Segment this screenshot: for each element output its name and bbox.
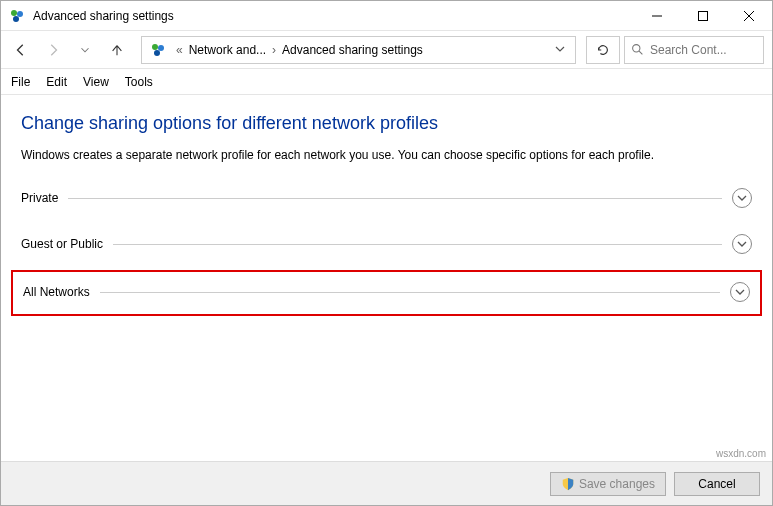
content-area: Change sharing options for different net… bbox=[1, 95, 772, 316]
section-private[interactable]: Private bbox=[21, 182, 752, 214]
chevron-right-icon: « bbox=[174, 43, 185, 57]
svg-point-9 bbox=[154, 50, 160, 56]
window-title: Advanced sharing settings bbox=[33, 9, 634, 23]
menu-edit[interactable]: Edit bbox=[46, 75, 67, 89]
section-label: All Networks bbox=[23, 285, 90, 299]
save-changes-button[interactable]: Save changes bbox=[550, 472, 666, 496]
section-guest-public[interactable]: Guest or Public bbox=[21, 228, 752, 260]
page-title: Change sharing options for different net… bbox=[21, 113, 752, 134]
shield-icon bbox=[561, 477, 575, 491]
divider bbox=[68, 198, 722, 199]
svg-point-10 bbox=[633, 45, 640, 52]
menu-view[interactable]: View bbox=[83, 75, 109, 89]
forward-button[interactable] bbox=[39, 36, 67, 64]
breadcrumb-dropdown-icon[interactable] bbox=[549, 43, 571, 57]
chevron-right-icon[interactable]: › bbox=[270, 43, 278, 57]
breadcrumb-item-current[interactable]: Advanced sharing settings bbox=[282, 43, 423, 57]
svg-point-8 bbox=[158, 45, 164, 51]
save-button-label: Save changes bbox=[579, 477, 655, 491]
navigation-bar: « Network and... › Advanced sharing sett… bbox=[1, 31, 772, 69]
section-label: Guest or Public bbox=[21, 237, 103, 251]
close-button[interactable] bbox=[726, 1, 772, 31]
back-button[interactable] bbox=[7, 36, 35, 64]
titlebar: Advanced sharing settings bbox=[1, 1, 772, 31]
breadcrumb[interactable]: « Network and... › Advanced sharing sett… bbox=[141, 36, 576, 64]
menu-tools[interactable]: Tools bbox=[125, 75, 153, 89]
search-icon bbox=[631, 43, 644, 56]
cancel-button[interactable]: Cancel bbox=[674, 472, 760, 496]
up-button[interactable] bbox=[103, 36, 131, 64]
section-label: Private bbox=[21, 191, 58, 205]
chevron-down-icon[interactable] bbox=[732, 188, 752, 208]
divider bbox=[113, 244, 722, 245]
recent-dropdown-button[interactable] bbox=[71, 36, 99, 64]
svg-point-2 bbox=[13, 16, 19, 22]
page-description: Windows creates a separate network profi… bbox=[21, 146, 752, 164]
svg-point-0 bbox=[11, 10, 17, 16]
breadcrumb-item-network[interactable]: Network and... bbox=[189, 43, 266, 57]
search-placeholder: Search Cont... bbox=[650, 43, 727, 57]
minimize-button[interactable] bbox=[634, 1, 680, 31]
divider bbox=[100, 292, 720, 293]
chevron-down-icon[interactable] bbox=[730, 282, 750, 302]
control-panel-icon bbox=[9, 8, 25, 24]
menu-file[interactable]: File bbox=[11, 75, 30, 89]
control-panel-icon bbox=[150, 42, 166, 58]
chevron-down-icon[interactable] bbox=[732, 234, 752, 254]
watermark: wsxdn.com bbox=[716, 448, 766, 459]
highlight-box: All Networks bbox=[11, 270, 762, 316]
search-input[interactable]: Search Cont... bbox=[624, 36, 764, 64]
svg-line-11 bbox=[639, 51, 642, 54]
footer-bar: Save changes Cancel bbox=[1, 461, 772, 505]
maximize-button[interactable] bbox=[680, 1, 726, 31]
svg-rect-4 bbox=[699, 11, 708, 20]
section-all-networks[interactable]: All Networks bbox=[23, 276, 750, 308]
refresh-button[interactable] bbox=[586, 36, 620, 64]
svg-point-7 bbox=[152, 44, 158, 50]
cancel-button-label: Cancel bbox=[698, 477, 735, 491]
svg-point-1 bbox=[17, 11, 23, 17]
menu-bar: File Edit View Tools bbox=[1, 69, 772, 95]
